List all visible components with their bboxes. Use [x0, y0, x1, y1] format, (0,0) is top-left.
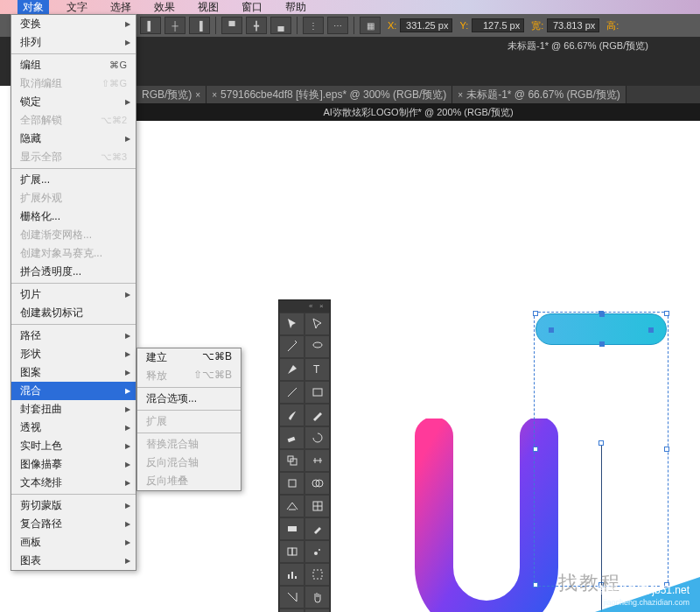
panel-header[interactable]: « × [279, 300, 330, 313]
artboard-tool-icon[interactable] [304, 563, 330, 586]
submenu-make[interactable]: 建立⌥⌘B [137, 348, 241, 367]
column-graph-tool-icon[interactable] [279, 563, 304, 586]
bbox-handle[interactable] [664, 447, 669, 452]
bbox-handle[interactable] [664, 582, 669, 587]
eyedropper-tool-icon[interactable] [304, 517, 330, 540]
menu-compound-path[interactable]: 复合路径 [11, 515, 136, 533]
perspective-grid-tool-icon[interactable] [279, 495, 304, 517]
submenu-blend-options[interactable]: 混合选项... [137, 390, 241, 408]
menu-live-paint[interactable]: 实时上色 [11, 437, 136, 455]
lasso-tool-icon[interactable] [304, 335, 330, 358]
align-left-icon[interactable]: ▌ [140, 17, 161, 34]
anchor-point[interactable] [549, 327, 554, 333]
paintbrush-tool-icon[interactable] [279, 404, 304, 426]
menu-transform[interactable]: 变换 [11, 15, 136, 33]
slice-tool-icon[interactable] [279, 586, 304, 608]
separator [354, 17, 354, 34]
menu-expand[interactable]: 扩展... [11, 171, 136, 189]
zoom-tool-icon[interactable] [279, 608, 304, 612]
menu-clipping-mask[interactable]: 剪切蒙版 [11, 496, 136, 515]
selected-object-bounding-box[interactable] [536, 313, 667, 585]
svg-rect-4 [287, 437, 295, 442]
close-icon[interactable]: × [458, 90, 463, 100]
svg-rect-17 [291, 572, 293, 579]
menu-item-text[interactable]: 文字 [61, 0, 93, 15]
menu-item-select[interactable]: 选择 [105, 0, 136, 15]
close-icon[interactable]: × [212, 90, 217, 100]
menu-item-window[interactable]: 窗口 [236, 0, 268, 15]
align-hcenter-icon[interactable]: ┼ [164, 17, 186, 34]
anchor-point[interactable] [648, 327, 654, 333]
menu-image-trace[interactable]: 图像描摹 [11, 455, 136, 474]
menu-text-wrap[interactable]: 文本绕排 [11, 474, 136, 492]
menu-shape[interactable]: 形状 [11, 345, 136, 363]
eraser-tool-icon[interactable] [279, 426, 304, 449]
menu-slice[interactable]: 切片 [11, 285, 136, 304]
artwork-path-line[interactable] [601, 443, 602, 612]
bbox-handle[interactable] [664, 311, 669, 316]
bbox-handle[interactable] [533, 582, 538, 587]
pen-tool-icon[interactable] [279, 358, 304, 381]
shape-builder-tool-icon[interactable] [304, 472, 330, 495]
dist-v-icon[interactable]: ⋯ [327, 17, 348, 34]
tab-doc-1[interactable]: RGB/预览) × [136, 86, 206, 104]
menu-pattern[interactable]: 图案 [11, 363, 136, 382]
menu-item-object[interactable]: 对象 [18, 0, 49, 15]
magic-wand-tool-icon[interactable] [279, 335, 304, 358]
menu-artboards[interactable]: 画板 [11, 533, 136, 552]
artwork-capsule[interactable] [536, 313, 667, 345]
free-transform-tool-icon[interactable] [279, 472, 304, 495]
align-top-icon[interactable]: ▀ [221, 17, 242, 34]
menu-item-view[interactable]: 视图 [192, 0, 224, 15]
gradient-tool-icon[interactable] [279, 517, 304, 540]
transform-panel-icon[interactable]: ▦ [360, 17, 381, 34]
svg-point-0 [313, 342, 322, 348]
rectangle-tool-icon[interactable] [304, 381, 330, 404]
menu-blend[interactable]: 混合 [11, 382, 136, 400]
width-tool-icon[interactable] [304, 449, 330, 472]
menu-flatten-transparency[interactable]: 拼合透明度... [11, 263, 136, 281]
menu-path[interactable]: 路径 [11, 327, 136, 345]
mesh-tool-icon[interactable] [304, 495, 330, 517]
bbox-handle[interactable] [533, 447, 538, 452]
collapse-icon[interactable]: « [309, 303, 316, 310]
menu-group[interactable]: 编组⌘G [11, 56, 136, 74]
line-tool-icon[interactable] [279, 381, 304, 404]
menu-perspective[interactable]: 透视 [11, 419, 136, 437]
x-value[interactable]: 331.25 px [400, 18, 452, 32]
align-right-icon[interactable]: ▐ [189, 17, 210, 34]
question-tool-icon[interactable]: ? [304, 608, 330, 612]
w-value[interactable]: 73.813 px [547, 18, 599, 32]
type-tool-icon[interactable]: T [304, 358, 330, 381]
submenu-replace-spine: 替换混合轴 [137, 435, 241, 454]
anchor-point[interactable] [599, 341, 605, 347]
close-icon[interactable]: × [319, 303, 326, 310]
pencil-tool-icon[interactable] [304, 404, 330, 426]
align-vcenter-icon[interactable]: ╋ [246, 17, 267, 34]
menu-rasterize[interactable]: 栅格化... [11, 208, 136, 226]
menu-lock[interactable]: 锁定 [11, 93, 136, 111]
menu-item-help[interactable]: 帮助 [280, 0, 312, 15]
menu-graph[interactable]: 图表 [11, 552, 136, 570]
y-value[interactable]: 127.5 px [472, 18, 524, 32]
menu-item-effect[interactable]: 效果 [149, 0, 180, 15]
scale-tool-icon[interactable] [279, 449, 304, 472]
menu-hide[interactable]: 隐藏 [11, 130, 136, 148]
blend-tool-icon[interactable] [279, 540, 304, 563]
menu-arrange[interactable]: 排列 [11, 33, 136, 52]
selection-tool-icon[interactable] [279, 313, 304, 335]
close-icon[interactable]: × [195, 90, 200, 100]
rotate-tool-icon[interactable] [304, 426, 330, 449]
menu-crop-marks[interactable]: 创建裁切标记 [11, 304, 136, 322]
direct-selection-tool-icon[interactable] [304, 313, 330, 335]
anchor-point[interactable] [599, 312, 605, 317]
bbox-handle[interactable] [533, 311, 538, 316]
anchor-point[interactable] [598, 440, 604, 446]
dist-h-icon[interactable]: ⋮ [303, 17, 324, 34]
align-bottom-icon[interactable]: ▄ [270, 17, 291, 34]
tab-doc-3[interactable]: × 未标题-1* @ 66.67% (RGB/预览) [452, 86, 626, 104]
hand-tool-icon[interactable] [304, 586, 330, 608]
symbol-sprayer-tool-icon[interactable] [304, 540, 330, 563]
menu-envelope-distort[interactable]: 封套扭曲 [11, 400, 136, 419]
tab-doc-2[interactable]: × 579166cbe4df8 [转换].eps* @ 300% (RGB/预览… [206, 86, 452, 104]
